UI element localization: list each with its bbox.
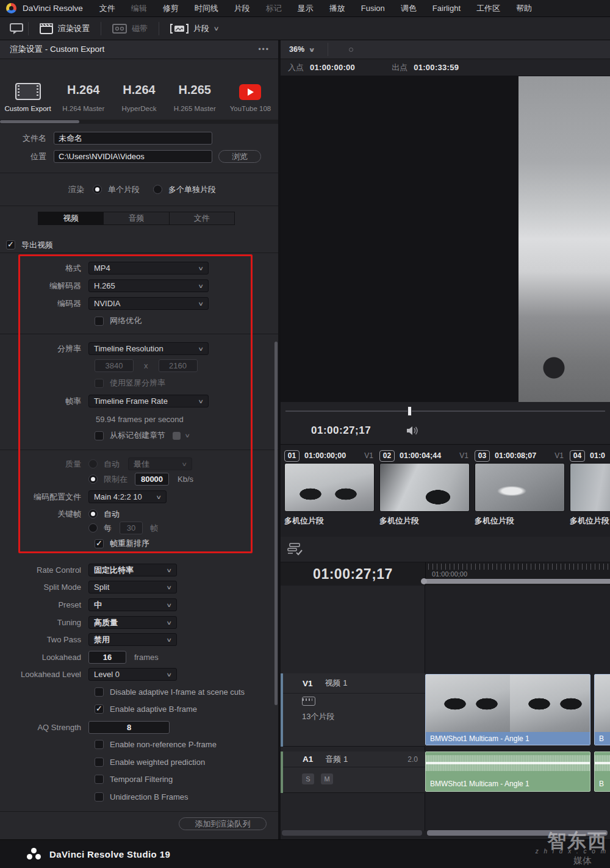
vertical-resolution-checkbox[interactable]: [95, 379, 104, 388]
clip-thumbnail[interactable]: [570, 463, 610, 512]
codec-select[interactable]: H.265 ∨: [88, 279, 209, 292]
clip-thumbnail[interactable]: [379, 463, 470, 512]
speaker-icon[interactable]: [406, 426, 418, 436]
resolution-width-input[interactable]: [95, 359, 134, 372]
tab-video[interactable]: 视频: [38, 212, 104, 224]
location-input[interactable]: [54, 150, 212, 163]
preset-hyperdeck[interactable]: H.264 HyperDeck: [111, 67, 167, 116]
menu-item-help[interactable]: 帮助: [508, 3, 540, 14]
timeline-ruler[interactable]: 01:00:00;00: [425, 562, 610, 586]
bitrate-input[interactable]: [135, 473, 169, 486]
multicam-clip-4[interactable]: 04 01:0 多机位片段: [570, 448, 610, 537]
tab-file[interactable]: 文件: [170, 212, 234, 224]
render-settings-button[interactable]: 渲染设置: [34, 17, 96, 40]
non-reference-pframe-checkbox[interactable]: [95, 740, 104, 749]
menu-item-fairlight[interactable]: Fairlight: [425, 4, 468, 13]
frame-rate-select[interactable]: Timeline Frame Rate ∨: [88, 395, 209, 407]
presets-scrollbar[interactable]: [0, 120, 278, 124]
presets-scrollbar-thumb[interactable]: [0, 120, 79, 123]
audio-clip[interactable]: BMWShot1 Multicam - Angle 1: [425, 751, 590, 792]
multicam-clip-1[interactable]: 01 01:00:00;00 V1 多机位片段: [284, 448, 375, 537]
mute-button[interactable]: M: [321, 773, 333, 784]
keyframes-auto-radio[interactable]: [88, 509, 98, 518]
viewer-scrubber[interactable]: [281, 402, 610, 417]
keyframes-every-radio[interactable]: [88, 523, 98, 533]
preset-select[interactable]: 中 ∨: [88, 598, 177, 611]
clip-thumbnail[interactable]: [284, 463, 375, 512]
quality-auto-select[interactable]: 最佳 ∨: [128, 457, 192, 470]
clip-thumbnail[interactable]: [475, 463, 565, 512]
quality-restrict-radio[interactable]: [88, 475, 98, 484]
chevron-down-icon[interactable]: ∨: [184, 432, 190, 439]
temporal-filtering-checkbox[interactable]: [95, 775, 104, 784]
tuning-select[interactable]: 高质量 ∨: [88, 616, 177, 629]
preset-custom-export[interactable]: Custom Export: [0, 67, 56, 116]
add-to-render-queue-button[interactable]: 添加到渲染队列: [179, 817, 267, 830]
viewer-zoom-select[interactable]: 36% ∨: [281, 45, 323, 54]
timeline-horizontal-scrollbar[interactable]: [427, 830, 608, 836]
preset-h265-master[interactable]: H.265 H.265 Master: [167, 67, 223, 116]
audio-track-header[interactable]: A1 音频 1 2.0 S M: [283, 751, 425, 793]
adaptive-bframe-checkbox[interactable]: [95, 705, 104, 714]
menu-item-mark[interactable]: 标记: [258, 3, 290, 14]
render-panel-scrollbar[interactable]: [274, 342, 278, 705]
split-mode-select[interactable]: Split ∨: [88, 581, 177, 594]
frame-reordering-checkbox[interactable]: [95, 539, 104, 548]
menu-item-clip[interactable]: 片段: [226, 3, 258, 14]
video-clip-partial[interactable]: B: [594, 674, 610, 745]
menu-item-view[interactable]: 显示: [290, 3, 321, 14]
scrubber-track[interactable]: [285, 411, 605, 412]
menu-item-timeline[interactable]: 时间线: [187, 3, 226, 14]
menu-item-color[interactable]: 调色: [393, 3, 425, 14]
multicam-clip-2[interactable]: 02 01:00:04;44 V1 多机位片段: [379, 448, 470, 537]
checklist-icon[interactable]: [287, 543, 303, 556]
menu-item-file[interactable]: 文件: [92, 3, 123, 14]
menu-item-playback[interactable]: 播放: [321, 3, 353, 14]
chapters-checkbox[interactable]: [95, 431, 104, 440]
video-clip[interactable]: BMWShot1 Multicam - Angle 1: [425, 674, 590, 745]
tape-button[interactable]: 磁带: [106, 17, 154, 40]
keyframes-interval-input[interactable]: [120, 522, 143, 534]
preset-youtube[interactable]: YouTube 108: [223, 67, 278, 116]
browse-button[interactable]: 浏览: [218, 150, 261, 163]
single-clip-radio[interactable]: [93, 185, 102, 194]
app-logo-icon[interactable]: [6, 3, 16, 13]
menu-item-trim[interactable]: 修剪: [155, 3, 187, 14]
lookahead-input[interactable]: [88, 651, 126, 664]
solo-button[interactable]: S: [302, 773, 314, 784]
video-track-header[interactable]: V1 视频 1 13个片段: [283, 673, 425, 747]
clip-mode-button[interactable]: 片段 ∨: [164, 17, 224, 40]
tab-audio[interactable]: 音频: [104, 212, 169, 224]
menu-item-edit[interactable]: 编辑: [123, 3, 155, 14]
menu-item-workspace[interactable]: 工作区: [468, 3, 508, 14]
preset-label: HyperDeck: [122, 105, 157, 112]
format-select[interactable]: MP4 ∨: [88, 262, 209, 274]
menu-item-fusion[interactable]: Fusion: [353, 4, 393, 13]
resolution-select[interactable]: Timeline Resolution ∨: [88, 342, 209, 355]
quality-auto-radio[interactable]: [88, 459, 98, 468]
marker-color-icon[interactable]: [173, 432, 181, 440]
export-video-checkbox[interactable]: [6, 240, 15, 249]
track-header-scrollbar[interactable]: [282, 830, 422, 836]
aq-strength-input[interactable]: [88, 721, 170, 734]
multicam-clip-3[interactable]: 03 01:00:08;07 V1 多机位片段: [475, 448, 565, 537]
adaptive-iframe-checkbox[interactable]: [95, 687, 104, 697]
single-viewer-icon[interactable]: [10, 23, 23, 34]
timeline-zoom-scrollbar[interactable]: [422, 579, 610, 584]
options-menu-icon[interactable]: •••: [258, 45, 270, 54]
unidirection-bframes-checkbox[interactable]: [95, 792, 104, 802]
filename-input[interactable]: [54, 132, 212, 145]
weighted-prediction-checkbox[interactable]: [95, 758, 104, 767]
resolution-height-input[interactable]: [159, 359, 198, 372]
lookahead-level-select[interactable]: Level 0 ∨: [88, 668, 177, 681]
individual-clips-radio[interactable]: [153, 185, 162, 194]
audio-clip-partial[interactable]: B: [594, 751, 610, 792]
encoding-profile-select[interactable]: Main 4:2:2 10 ∨: [88, 490, 167, 503]
network-optimization-checkbox[interactable]: [95, 317, 104, 326]
two-pass-select[interactable]: 禁用 ∨: [88, 633, 177, 646]
rate-control-select[interactable]: 固定比特率 ∨: [88, 564, 177, 576]
encoder-select[interactable]: NVIDIA ∨: [88, 297, 209, 310]
video-viewer[interactable]: [281, 76, 610, 402]
scrubber-playhead[interactable]: [407, 406, 412, 416]
preset-h264-master[interactable]: H.264 H.264 Master: [56, 67, 111, 116]
